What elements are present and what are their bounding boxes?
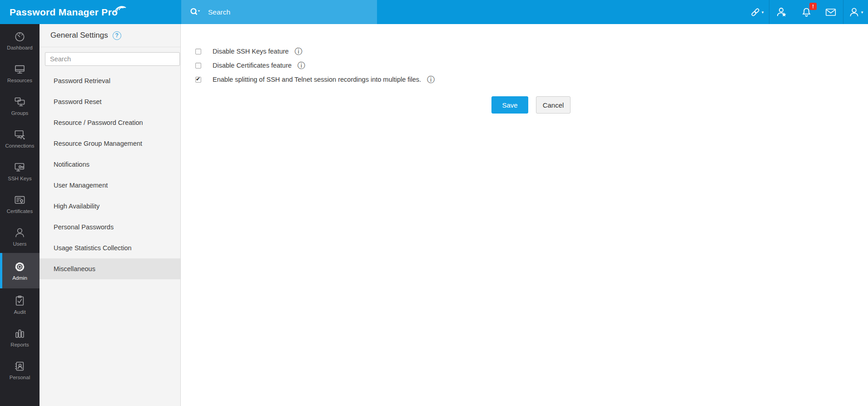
nav-item-groups[interactable]: Groups bbox=[0, 89, 40, 122]
save-button[interactable]: Save bbox=[491, 96, 528, 114]
reports-icon bbox=[14, 327, 26, 340]
menu-item-label: Password Reset bbox=[54, 98, 102, 105]
nav-item-label: Connections bbox=[5, 143, 35, 149]
info-icon[interactable]: ⓘ bbox=[298, 62, 305, 69]
nav-item-users[interactable]: Users bbox=[0, 220, 40, 253]
mail-icon bbox=[825, 6, 837, 18]
nav-item-admin[interactable]: Admin bbox=[0, 253, 40, 288]
nav-item-dashboard[interactable]: Dashboard bbox=[0, 24, 40, 57]
certificates-icon bbox=[14, 194, 26, 206]
option-row-enable-session-splitting: Enable splitting of SSH and Telnet sessi… bbox=[195, 74, 868, 84]
help-icon[interactable]: ? bbox=[113, 31, 121, 40]
nav-item-label: SSH Keys bbox=[8, 176, 31, 181]
menu-item-label: Personal Passwords bbox=[54, 223, 114, 231]
nav-item-label: Certificates bbox=[7, 208, 33, 214]
app-logo-text: Password Manager Pro bbox=[10, 7, 118, 18]
top-bar: Password Manager Pro ▾ bbox=[0, 0, 868, 24]
nav-item-label: Audit bbox=[14, 309, 25, 315]
options-list: Disable SSH Keys feature ⓘ Disable Certi… bbox=[181, 24, 868, 114]
nav-item-ssh-keys[interactable]: SSH Keys bbox=[0, 155, 40, 188]
form-actions: Save Cancel bbox=[195, 96, 868, 114]
menu-item-label: High Availability bbox=[54, 203, 99, 210]
nav-item-audit[interactable]: Audit bbox=[0, 288, 40, 321]
user-favorites-button[interactable] bbox=[769, 0, 794, 24]
menu-item-label: Notifications bbox=[54, 161, 89, 168]
nav-item-personal[interactable]: Personal bbox=[0, 354, 40, 386]
global-search-input[interactable] bbox=[208, 8, 353, 16]
option-label: Disable Certificates feature bbox=[213, 62, 292, 69]
quick-connect-button[interactable]: ▾ bbox=[744, 0, 769, 24]
dashboard-icon bbox=[14, 30, 26, 43]
menu-item-high-availability[interactable]: High Availability bbox=[40, 196, 180, 217]
nav-item-resources[interactable]: Resources bbox=[0, 57, 40, 89]
nav-item-label: Groups bbox=[11, 110, 29, 116]
menu-item-label: Miscellaneous bbox=[54, 265, 95, 272]
nav-item-label: Reports bbox=[10, 342, 29, 347]
cancel-button[interactable]: Cancel bbox=[536, 96, 570, 114]
settings-panel-header: General Settings ? bbox=[40, 24, 180, 47]
settings-menu: Password Retrieval Password Reset Resour… bbox=[40, 70, 180, 279]
user-icon bbox=[848, 6, 860, 18]
option-row-disable-certificates: Disable Certificates feature ⓘ bbox=[195, 60, 868, 70]
option-label: Disable SSH Keys feature bbox=[213, 48, 289, 55]
topbar-actions: ▾ ! bbox=[744, 0, 868, 24]
notifications-button[interactable]: ! bbox=[794, 0, 818, 24]
notification-badge: ! bbox=[809, 3, 817, 10]
settings-search-input[interactable] bbox=[45, 52, 180, 66]
user-star-icon bbox=[776, 6, 788, 18]
app-logo: Password Manager Pro bbox=[10, 0, 127, 24]
disable-certificates-checkbox[interactable] bbox=[195, 63, 201, 69]
menu-item-resource-group-management[interactable]: Resource Group Management bbox=[40, 133, 180, 154]
search-icon[interactable] bbox=[189, 7, 201, 18]
disable-ssh-keys-checkbox[interactable] bbox=[195, 49, 201, 54]
resources-icon bbox=[14, 63, 26, 75]
nav-item-label: Users bbox=[13, 241, 26, 247]
menu-item-personal-passwords[interactable]: Personal Passwords bbox=[40, 217, 180, 238]
personal-icon bbox=[14, 360, 26, 372]
menu-item-label: Password Retrieval bbox=[54, 77, 110, 84]
nav-item-label: Resources bbox=[7, 78, 32, 83]
info-icon[interactable]: ⓘ bbox=[295, 48, 303, 55]
chevron-down-icon: ▾ bbox=[762, 10, 764, 15]
menu-item-label: User Management bbox=[54, 182, 108, 189]
nav-item-label: Dashboard bbox=[7, 45, 32, 50]
audit-icon bbox=[14, 295, 26, 307]
nav-item-label: Admin bbox=[12, 275, 27, 281]
miscellaneous-settings-content: Disable SSH Keys feature ⓘ Disable Certi… bbox=[181, 24, 868, 406]
link-icon bbox=[750, 7, 761, 18]
info-icon[interactable]: ⓘ bbox=[427, 76, 435, 84]
menu-item-user-management[interactable]: User Management bbox=[40, 175, 180, 196]
menu-item-miscellaneous[interactable]: Miscellaneous bbox=[40, 258, 180, 279]
menu-item-resource-password-creation[interactable]: Resource / Password Creation bbox=[40, 112, 180, 133]
menu-item-label: Usage Statistics Collection bbox=[54, 244, 132, 252]
menu-item-password-reset[interactable]: Password Reset bbox=[40, 91, 180, 112]
enable-session-splitting-checkbox[interactable] bbox=[195, 77, 201, 83]
chevron-down-icon: ▾ bbox=[861, 10, 863, 15]
nav-item-certificates[interactable]: Certificates bbox=[0, 188, 40, 220]
global-search-bar bbox=[181, 0, 377, 24]
option-label: Enable splitting of SSH and Telnet sessi… bbox=[213, 76, 421, 83]
main-nav-rail: Dashboard Resources Groups Connections bbox=[0, 24, 40, 406]
menu-item-label: Resource / Password Creation bbox=[54, 119, 143, 126]
ssh-keys-icon bbox=[14, 161, 26, 173]
menu-item-notifications[interactable]: Notifications bbox=[40, 154, 180, 175]
connections-icon bbox=[14, 129, 26, 141]
gear-icon bbox=[14, 261, 26, 273]
logo-swoosh-icon bbox=[114, 2, 127, 14]
nav-item-reports[interactable]: Reports bbox=[0, 321, 40, 354]
option-row-disable-ssh-keys: Disable SSH Keys feature ⓘ bbox=[195, 46, 868, 56]
user-menu-button[interactable]: ▾ bbox=[843, 0, 868, 24]
nav-item-label: Personal bbox=[10, 375, 30, 380]
menu-item-password-retrieval[interactable]: Password Retrieval bbox=[40, 70, 180, 91]
page-title: General Settings bbox=[50, 31, 108, 40]
menu-item-label: Resource Group Management bbox=[54, 140, 142, 147]
general-settings-panel: General Settings ? Password Retrieval Pa… bbox=[40, 24, 181, 406]
menu-item-usage-statistics-collection[interactable]: Usage Statistics Collection bbox=[40, 238, 180, 258]
users-icon bbox=[14, 227, 26, 239]
mail-button[interactable] bbox=[818, 0, 843, 24]
groups-icon bbox=[14, 96, 26, 108]
nav-item-connections[interactable]: Connections bbox=[0, 122, 40, 155]
